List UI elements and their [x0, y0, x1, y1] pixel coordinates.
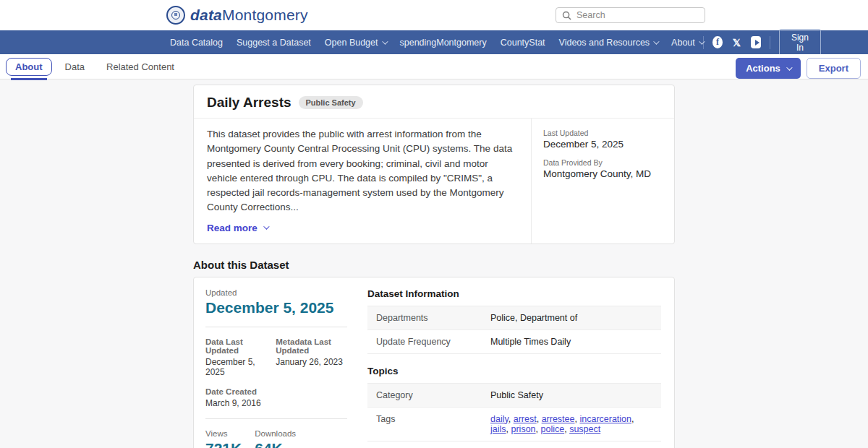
- downloads-value: 64K: [255, 440, 296, 448]
- nav-about[interactable]: About: [671, 38, 703, 48]
- export-button[interactable]: Export: [807, 58, 861, 79]
- dataset-description: This dataset provides the public with ar…: [207, 127, 518, 215]
- about-card: Updated December 5, 2025 Data Last Updat…: [193, 277, 675, 448]
- views-label: Views: [205, 429, 242, 438]
- provided-by-value: Montgomery County, MD: [543, 168, 663, 179]
- nav-countystat[interactable]: CountyStat: [501, 38, 545, 48]
- last-updated-value: December 5, 2025: [543, 139, 663, 150]
- provided-by-label: Data Provided By: [543, 158, 663, 167]
- topics-heading: Topics: [367, 366, 661, 376]
- dataset-meta-panel: Last Updated December 5, 2025 Data Provi…: [531, 119, 674, 244]
- downloads-label: Downloads: [255, 429, 296, 438]
- nav-data-catalog[interactable]: Data Catalog: [170, 38, 223, 48]
- nav-right: f 𝕏 Sign In: [703, 29, 821, 56]
- table-row: Category Public Safety: [367, 384, 661, 408]
- read-more-link[interactable]: Read more: [207, 223, 518, 233]
- updated-label: Updated: [205, 288, 347, 297]
- youtube-icon[interactable]: [751, 36, 762, 48]
- category-badge: Public Safety: [299, 96, 363, 109]
- table-row: Tags daily, arrest, arrestee, incarcerat…: [367, 408, 661, 441]
- dataset-header-card: Daily Arrests Public Safety This dataset…: [193, 85, 675, 244]
- about-info-column: Dataset Information Departments Police, …: [359, 277, 674, 448]
- page-content: Daily Arrests Public Safety This dataset…: [0, 79, 868, 448]
- tag-link[interactable]: police: [541, 424, 565, 434]
- tab-about[interactable]: About: [6, 58, 52, 76]
- chevron-down-icon: [786, 64, 792, 70]
- x-twitter-icon[interactable]: 𝕏: [731, 36, 742, 48]
- tag-link[interactable]: daily: [490, 414, 509, 424]
- tag-link[interactable]: arrest: [514, 414, 537, 424]
- chevron-down-icon: [653, 38, 659, 44]
- last-updated-label: Last Updated: [543, 129, 663, 137]
- views-value: 721K: [205, 440, 242, 448]
- dataset-title: Daily Arrests: [207, 95, 292, 111]
- nav-divider: [770, 36, 770, 49]
- tag-link[interactable]: jails: [490, 424, 506, 434]
- metadata-last-updated-value: January 26, 2023: [276, 357, 347, 367]
- nav-items: Data Catalog Suggest a Dataset Open Budg…: [170, 38, 703, 48]
- chevron-down-icon: [263, 223, 269, 229]
- search-icon: [562, 11, 571, 20]
- dataset-information-heading: Dataset Information: [367, 288, 661, 299]
- main-navbar: Data Catalog Suggest a Dataset Open Budg…: [0, 30, 868, 54]
- site-logo[interactable]: dataMontgomery: [166, 6, 308, 25]
- about-stats-column: Updated December 5, 2025 Data Last Updat…: [194, 277, 359, 448]
- table-row: Update Frequency Multiple Times Daily: [367, 330, 661, 354]
- tab-related-content[interactable]: Related Content: [98, 59, 183, 75]
- county-seal-icon: [166, 6, 185, 25]
- search-input[interactable]: [576, 10, 699, 20]
- updated-value: December 5, 2025: [205, 299, 347, 316]
- date-created-label: Date Created: [205, 387, 347, 396]
- facebook-icon[interactable]: f: [712, 36, 723, 48]
- tag-link[interactable]: arrestee: [542, 414, 575, 424]
- tags-cell: daily, arrest, arrestee, incarceration, …: [482, 408, 661, 441]
- search-box[interactable]: [556, 7, 705, 23]
- metadata-last-updated-label: Metadata Last Updated: [276, 337, 347, 355]
- site-logo-text: dataMontgomery: [190, 7, 308, 24]
- tag-link[interactable]: incarceration: [579, 414, 631, 424]
- dataset-tabbar: About Data Related Content Actions Expor…: [0, 54, 868, 79]
- table-row: Departments Police, Department of: [367, 306, 661, 330]
- page: dataMontgomery Data Catalog Suggest a Da…: [0, 0, 868, 448]
- date-created-value: March 9, 2016: [205, 398, 347, 408]
- nav-open-budget[interactable]: Open Budget: [325, 38, 386, 48]
- tag-link[interactable]: prison: [511, 424, 536, 434]
- dataset-information-table: Departments Police, Department of Update…: [367, 306, 661, 354]
- nav-videos-and-resources[interactable]: Videos and Resources: [559, 38, 658, 48]
- data-last-updated-label: Data Last Updated: [205, 337, 263, 355]
- chevron-down-icon: [382, 38, 388, 44]
- tag-link[interactable]: suspect: [569, 424, 600, 434]
- topics-table: Category Public Safety Tags daily, arres…: [367, 383, 661, 441]
- tab-data[interactable]: Data: [56, 59, 93, 75]
- data-last-updated-value: December 5, 2025: [205, 357, 263, 377]
- actions-button[interactable]: Actions: [736, 58, 801, 79]
- sign-in-button[interactable]: Sign In: [779, 29, 821, 56]
- nav-spendingmontgomery[interactable]: spendingMontgomery: [400, 38, 487, 48]
- about-section-heading: About this Dataset: [193, 259, 675, 271]
- nav-suggest-a-dataset[interactable]: Suggest a Dataset: [237, 38, 311, 48]
- top-header: dataMontgomery: [0, 0, 868, 30]
